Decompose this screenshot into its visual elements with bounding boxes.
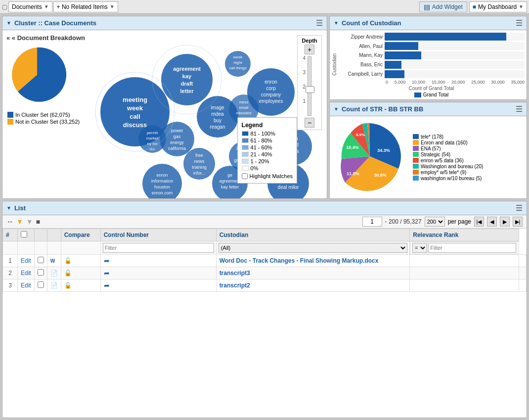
add-widget-button[interactable]: ▤ Add Widget (419, 1, 467, 12)
bar-track-campbell (385, 70, 525, 78)
col-relevance-rank[interactable]: Relevance Rank (410, 229, 519, 241)
table-row: 3 Edit 📄 🔓 ➦ transcript2 (3, 280, 527, 292)
edit-link-3[interactable]: Edit (21, 282, 31, 289)
next-page-button[interactable]: ▶ (500, 217, 510, 227)
svg-text:kay: kay (182, 73, 192, 79)
table-body: 1 Edit W 🔓 ➦ Word Doc - Track Changes - … (3, 255, 527, 292)
doc-link-3[interactable]: transcript2 (220, 282, 250, 289)
custodian-collapse-icon[interactable]: ▼ (334, 20, 339, 26)
list-panel-menu-icon[interactable]: ☰ (516, 203, 523, 213)
cluster-panel-content: « « Document Breakdown I (2, 30, 327, 198)
str-pct-10: 10.4% (346, 145, 359, 150)
custodian-panel-menu-icon[interactable]: ☰ (516, 18, 523, 28)
row-1-control-number: Word Doc - Track Changes - Final Showing… (216, 255, 410, 267)
cluster-panel-menu-icon[interactable]: ☰ (316, 18, 323, 28)
select-all-checkbox[interactable] (21, 231, 27, 237)
rank-operator-select[interactable]: = (412, 243, 427, 253)
page-number-input[interactable] (362, 217, 382, 227)
x-axis: 0 5,000 10,000 15,000 20,000 25,000 30,0… (338, 80, 525, 85)
back-arrow-icon[interactable]: « (6, 34, 10, 42)
row-3-doc-icon: 📄 (47, 280, 61, 292)
compare-icon-1[interactable]: ➦ (104, 257, 110, 265)
last-page-button[interactable]: ▶| (513, 217, 523, 227)
my-dashboard-dropdown[interactable]: ■ My Dashboard ▼ (469, 1, 527, 12)
row-2-select[interactable] (38, 269, 44, 276)
filter-icon[interactable]: ▼ (16, 218, 23, 226)
col-compare[interactable]: Compare (61, 229, 100, 241)
depth-plus-button[interactable]: + (305, 45, 314, 54)
depth-slider-track[interactable] (308, 56, 311, 116)
related-items-arrow: ▼ (110, 4, 115, 9)
svg-text:draft: draft (181, 81, 193, 87)
prev-page-button[interactable]: ◀ (487, 217, 497, 227)
str-color-enron5 (413, 158, 419, 163)
depth-minus-button[interactable]: − (305, 118, 314, 128)
related-items-dropdown[interactable]: + No Related Items ▼ (53, 1, 118, 12)
col-checkbox[interactable] (18, 229, 35, 241)
col-num[interactable]: # (3, 229, 18, 241)
str-collapse-icon[interactable]: ▼ (334, 106, 339, 112)
depth-slider-thumb[interactable] (306, 86, 314, 93)
lock-icon-3[interactable]: 🔓 (64, 282, 72, 289)
pie-svg (7, 45, 67, 104)
list-panel: ▼ List ☰ ↔ ▼ ▼ ■ - 200 / 95,327 200 100 … (2, 201, 527, 418)
per-page-label: per page (448, 218, 471, 225)
filter-custodian: (All) (216, 241, 410, 255)
bar-name-bass: Bass, Eric (338, 62, 383, 67)
edit-link-2[interactable]: Edit (21, 270, 31, 277)
svg-text:kay letter: kay letter (221, 185, 239, 189)
documents-label: Documents (12, 3, 42, 10)
custodian-filter-select[interactable]: (All) (219, 243, 408, 253)
list-collapse-icon[interactable]: ▼ (6, 205, 11, 211)
col-lock-icon[interactable] (47, 229, 61, 241)
col-custodian[interactable]: Custodian (216, 229, 410, 241)
per-page-select[interactable]: 200 100 50 (425, 217, 445, 227)
col-control-number[interactable]: Control Number (100, 229, 216, 241)
legend-81-100-color (242, 131, 249, 136)
compare-icon-2[interactable]: ➦ (104, 269, 110, 277)
row-3-custodian (410, 280, 519, 292)
table-row: 2 Edit 📄 🔓 ➦ transcript3 (3, 267, 527, 280)
lock-icon[interactable]: 🔓 (64, 257, 72, 264)
svg-text:email: email (239, 105, 248, 110)
highlight-matches-checkbox[interactable] (242, 173, 248, 179)
cluster-collapse-icon[interactable]: ▼ (6, 20, 11, 26)
edit-link-1[interactable]: Edit (21, 257, 31, 264)
svg-text:company: company (261, 92, 281, 97)
first-page-button[interactable]: |◀ (474, 217, 484, 227)
list-toolbar: ↔ ▼ ▼ ■ - 200 / 95,327 200 100 50 per pa… (2, 215, 527, 229)
row-1-select[interactable] (38, 257, 44, 263)
svg-text:discuss: discuss (123, 121, 147, 129)
svg-text:agreement: agreement (173, 66, 201, 72)
columns-icon[interactable]: ■ (36, 218, 40, 226)
lock-icon-2[interactable]: 🔓 (64, 270, 72, 277)
bar-name-allen: Allen, Paul (338, 44, 383, 49)
filter-clear-icon[interactable]: ▼ (26, 218, 33, 226)
documents-dropdown[interactable]: Documents ▼ (8, 1, 52, 12)
bubble-meeting-text: meeting (123, 96, 147, 103)
highlight-matches-row: Highlight Matches (242, 173, 293, 179)
svg-text:week: week (233, 55, 243, 59)
legend-81-100: 81 - 100% (242, 131, 293, 137)
table-header-row: # Compare Control Number Custodian Relev… (3, 229, 527, 241)
row-2-num: 2 (3, 267, 18, 280)
control-number-filter-input[interactable] (103, 243, 214, 253)
svg-text:enron.com: enron.com (152, 190, 173, 195)
top-bar: ▢ Documents ▼ + No Related Items ▼ ▤ Add… (0, 0, 529, 14)
add-widget-label: Add Widget (432, 3, 463, 10)
str-panel-menu-icon[interactable]: ☰ (516, 104, 523, 114)
col-doc-icon[interactable] (34, 229, 47, 241)
row-3-select[interactable] (38, 281, 44, 288)
row-1-doc-icon: W (47, 255, 61, 267)
bubble-agreement[interactable] (161, 54, 213, 105)
doc-icon-3: 📄 (50, 282, 58, 289)
rank-filter-input[interactable] (428, 243, 516, 253)
in-cluster-label: In Cluster Set (62,075) (15, 112, 70, 118)
chart-icon: ▤ (424, 3, 430, 11)
legend-0: 0% (242, 165, 293, 171)
doc-link-2[interactable]: transcript3 (220, 270, 250, 277)
doc-link-1[interactable]: Word Doc - Track Changes - Final Showing… (220, 257, 379, 264)
compare-icon-3[interactable]: ➦ (104, 281, 110, 289)
legend-0-color (242, 166, 249, 171)
expand-columns-icon[interactable]: ↔ (6, 218, 13, 226)
